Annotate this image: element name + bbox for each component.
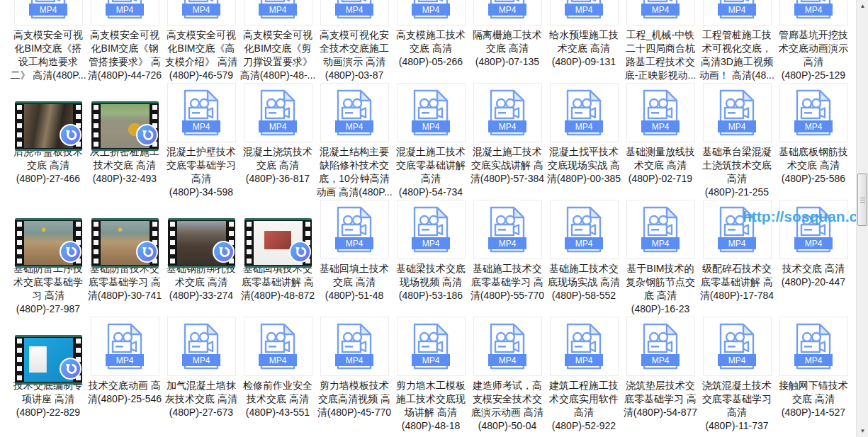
file-name-line: 基于BIM技术的: [626, 262, 695, 276]
file-item[interactable]: MP4基础施工技术交底现场实战 高清(480P)-58-552: [546, 200, 622, 317]
file-name-line: 底，10分钟高清: [316, 172, 392, 186]
file-item[interactable]: MP4基础底板钢筋技术交底 高清(480P)-25-586: [775, 83, 852, 200]
svg-text:MP4: MP4: [346, 356, 363, 365]
file-name-line: 术可视化交底，: [699, 42, 774, 55]
thumb-gripper-icon: [860, 200, 865, 200]
svg-text:MP4: MP4: [575, 356, 593, 365]
file-name: 建筑工程施工技术交底实用软件高清(480P)-52-922: [549, 379, 619, 433]
file-item[interactable]: MP4高支模安全可视化BIM交底《搭设工构造要求二》 高清(480P...: [10, 0, 86, 83]
file-item[interactable]: MP4高支模安全可视化BIM交底《高支模介绍》 高清(480P)-46-579: [163, 0, 239, 83]
file-item[interactable]: MP4隔离栅施工技术交底 高清(480P)-07-135: [469, 0, 546, 83]
file-item[interactable]: MP4基础回填土技术交底 高清(480P)-51-48: [316, 200, 393, 317]
file-item[interactable]: MP4基础施工技术交底零基础学习 高清(480P)-55-770: [469, 200, 546, 317]
file-name-line: 化BIM交底《钢: [88, 42, 162, 55]
scrollbar-thumb[interactable]: [857, 174, 867, 226]
file-item[interactable]: 基础防雷技术交底零基础学习 高清(480P)-30-741: [86, 200, 163, 317]
mp4-icon-frame: MP4: [244, 83, 312, 142]
file-name-line: 项讲座 高清: [13, 392, 83, 406]
file-name-line: (480P)-25-586: [779, 172, 848, 186]
file-item[interactable]: MP4高支模可视化安全技术交底施工动画演示 高清(480P)-03-87: [316, 0, 393, 83]
file-icon-area: MP4: [167, 317, 236, 376]
file-name-line: 底演示动画 高清: [471, 406, 543, 419]
file-icon-area: MP4: [550, 200, 619, 259]
svg-text:MP4: MP4: [499, 5, 517, 15]
mp4-file-icon: MP4: [793, 0, 834, 20]
file-item[interactable]: MP4高支模施工技术交底 高清(480P)-05-266: [393, 0, 469, 83]
file-item[interactable]: MP4混凝土施工技术交底零基础讲解高清(480P)-54-734: [393, 83, 469, 200]
file-item[interactable]: MP4基础测量放线技术交底 高清(480P)-02-719: [622, 83, 699, 200]
file-item[interactable]: MP4高支模安全可视化BIM交底《钢管搭接要求》 高清(480P)-44-726: [86, 0, 163, 83]
file-item[interactable]: MP4建造师考试，高支模安全技术交底演示动画 高清(480P)-50-04: [469, 317, 546, 433]
file-item[interactable]: MP4剪力墙木工模板施工技术交底现场讲解 高清(480P)-48-18: [393, 317, 469, 433]
file-name-line: 技术交底动画 高: [88, 379, 162, 392]
file-name-line: 隔离栅施工技术: [473, 28, 542, 42]
file-item[interactable]: 后浇带盖板技术交底 高清(480P)-27-466: [10, 83, 86, 200]
mp4-icon-frame: MP4: [320, 0, 389, 25]
file-item[interactable]: 基础钢筋绑扎技术交底 高清(480P)-33-274: [163, 200, 239, 317]
file-item[interactable]: MP4管廊基坑开挖技术交底动画演示高清(480P)-25-129: [775, 0, 852, 83]
file-name: 基础回填技术交底零基础讲解 高清(480P)-48-872: [241, 262, 315, 302]
file-name: 后浇带盖板技术交底 高清(480P)-27-466: [13, 145, 83, 186]
mp4-file-icon: MP4: [563, 205, 604, 254]
file-item[interactable]: MP4混凝土浇筑技术交底 高清(480P)-36-817: [239, 83, 316, 200]
file-name-line: 高清: [779, 55, 848, 69]
mp4-icon-frame: MP4: [550, 83, 619, 142]
scroll-up-button[interactable]: ▲: [857, 0, 868, 12]
file-name-line: 基础底板钢筋技: [779, 145, 848, 159]
file-item[interactable]: MP4检修前作业安全技术交底 高清(480P)-43-551: [239, 317, 316, 433]
file-icon-area: MP4: [779, 83, 848, 142]
file-item[interactable]: 基础防雷工序技术交底零基础学习 高清(480P)-27-987: [10, 200, 86, 317]
filmstrip-holes-icon: [15, 105, 23, 147]
scroll-down-button[interactable]: ▼: [857, 425, 868, 437]
file-item[interactable]: MP4给水预埋施工技术交底 高清(480P)-09-131: [546, 0, 622, 83]
file-name-line: (480P)-27-466: [13, 172, 83, 186]
file-item[interactable]: MP4高支模安全可视化BIM交底《剪刀撑设置要求》高清(480P)-48-...: [239, 0, 316, 83]
mp4-file-icon: MP4: [563, 322, 604, 370]
vertical-scrollbar[interactable]: ▲ ▼: [856, 0, 868, 437]
file-item[interactable]: MP4加气混凝土墙抹灰技术交底 高清(480P)-27-673: [163, 317, 239, 433]
file-name-line: 支模介绍》 高清: [165, 55, 237, 69]
file-name-line: 接触网下锚技术: [779, 379, 848, 392]
mp4-icon-frame: MP4: [91, 317, 159, 376]
file-item[interactable]: MP4浇筑垫层技术交底零基础学习 高清(480P)-54-877: [622, 317, 699, 433]
file-icon-area: MP4: [244, 317, 312, 376]
file-item[interactable]: MP4混凝土找平技术交底现场实战 高清(480P)-00-385: [546, 83, 622, 200]
file-item[interactable]: MP4建筑工程施工技术交底实用软件高清(480P)-52-922: [546, 317, 622, 433]
mp4-icon-frame: MP4: [320, 83, 389, 142]
svg-text:MP4: MP4: [422, 239, 440, 249]
file-item[interactable]: MP4浇筑混凝土技术交底零基础学习高清(480P)-11-737: [699, 317, 775, 433]
file-name-line: 动画！ 高清(48...: [699, 69, 774, 82]
file-item[interactable]: MP4工程管桩施工技术可视化交底，高清3D施工视频动画！ 高清(48...: [699, 0, 775, 83]
file-name: 剪力墙模板技术交底高清视频 高清(480P)-45-770: [317, 379, 391, 419]
file-name-line: 基础测量放线技: [626, 145, 695, 159]
file-name: 混凝土施工技术交底零基础讲解高清(480P)-54-734: [396, 145, 466, 199]
file-name-line: 混凝土施工技术: [396, 145, 466, 159]
file-item[interactable]: MP4工程_机械-中铁二十四局商合杭路基工程技术交底-正映影视动...: [622, 0, 699, 83]
svg-text:MP4: MP4: [269, 122, 287, 132]
file-item[interactable]: MP4混凝土结构主要缺陷修补技术交底，10分钟高清动画 高清(480P...: [316, 83, 393, 200]
file-name-line: (480P)-02-719: [626, 172, 695, 186]
svg-text:MP4: MP4: [193, 5, 210, 15]
svg-text:MP4: MP4: [575, 5, 593, 15]
file-name-line: 基础承台梁混凝: [702, 145, 772, 159]
file-item[interactable]: MP4基础承台梁混凝土浇筑技术交底高清(480P)-21-255: [699, 83, 775, 200]
file-item[interactable]: MP4基础梁技术交底现场视频 高清(480P)-53-186: [393, 200, 469, 317]
file-item[interactable]: MP4混凝土施工技术交底实战讲解 高清(480P)-57-384: [469, 83, 546, 200]
file-name: 级配碎石技术交底零基础讲解 高清(480P)-17-784: [700, 262, 774, 302]
file-item[interactable]: MP4混凝土护壁技术交底零基础学习高清(480P)-34-598: [163, 83, 239, 200]
filmstrip-holes-icon: [91, 105, 100, 147]
file-item[interactable]: MP4接触网下锚技术交底 高清(480P)-14-527: [775, 317, 852, 433]
file-name-line: 底现场实战 高清: [548, 276, 620, 289]
file-item[interactable]: MP4剪力墙模板技术交底高清视频 高清(480P)-45-770: [316, 317, 393, 433]
file-name-line: (480P)-16-23: [626, 302, 695, 316]
file-item[interactable]: 技术交底编制专项讲座 高清(480P)-22-829: [10, 317, 86, 433]
file-item[interactable]: MP4技术交底动画 高清(480P)-25-546: [86, 317, 163, 433]
file-item[interactable]: MP4基于BIM技术的复杂钢筋节点交底 高清(480P)-16-23: [622, 200, 699, 317]
mp4-icon-frame: MP4: [473, 200, 542, 259]
file-icon-area: MP4: [397, 317, 466, 376]
file-name: 基础测量放线技术交底 高清(480P)-02-719: [626, 145, 695, 186]
file-name-line: 术交底 高清: [779, 159, 848, 172]
file-name-line: 化BIM交底《搭: [10, 42, 86, 55]
file-item[interactable]: 灰土挤密桩施工技术交底 高清(480P)-32-493: [86, 83, 163, 200]
file-item[interactable]: 基础回填技术交底零基础讲解 高清(480P)-48-872: [239, 200, 316, 317]
